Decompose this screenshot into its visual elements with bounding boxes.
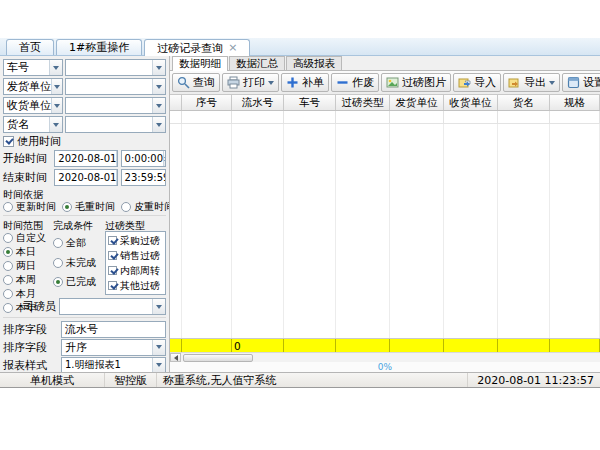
grid-body[interactable] xyxy=(170,124,600,338)
start-date-input[interactable]: 2020-08-01 xyxy=(54,150,117,167)
status-system-name: 称重系统,无人值守系统 xyxy=(157,373,468,387)
plus-icon xyxy=(286,76,299,89)
progress-text: 0% xyxy=(378,362,392,372)
image-icon xyxy=(386,76,399,89)
chevron-down-icon[interactable] xyxy=(152,79,165,94)
start-time-row: 开始时间 2020-08-01 0:00:00 xyxy=(3,150,166,167)
tab-data-detail[interactable]: 数据明细 xyxy=(172,56,228,71)
report-style-select[interactable]: 1.明细报表1 xyxy=(61,357,166,373)
export-icon xyxy=(508,76,521,89)
radio-all[interactable]: 全部 xyxy=(53,236,103,250)
sort-field-input[interactable]: 流水号 xyxy=(61,321,166,338)
chevron-down-icon[interactable] xyxy=(49,60,62,75)
column-header[interactable]: 货名 xyxy=(498,95,550,110)
calendar-icon[interactable] xyxy=(116,151,117,166)
vehicle-value-combo[interactable] xyxy=(65,59,166,76)
filter-row-receiver: 收货单位 xyxy=(3,97,166,114)
start-time-label: 开始时间 xyxy=(3,151,54,166)
column-header[interactable]: 过磅类型 xyxy=(336,95,390,110)
record-grid: 序号 流水号 车号 过磅类型 发货单位 收货单位 货名 规格 xyxy=(170,95,600,372)
settings-button[interactable]: 设置 xyxy=(562,73,600,92)
chevron-down-icon[interactable] xyxy=(152,340,165,355)
chevron-down-icon[interactable] xyxy=(49,117,62,132)
tab-weigh-record-query-label: 过磅记录查询 xyxy=(157,41,223,56)
tab-weigh-operation[interactable]: 1#称重操作 xyxy=(56,39,142,55)
weigh-type-label: 过磅类型 xyxy=(105,219,166,231)
chevron-down-icon[interactable] xyxy=(152,117,165,132)
tab-weigh-record-query[interactable]: 过磅记录查询 × xyxy=(144,39,250,56)
chevron-down-icon[interactable] xyxy=(152,299,165,314)
column-header[interactable]: 序号 xyxy=(182,95,232,110)
query-button[interactable]: 查询 xyxy=(172,73,220,92)
filter-panel: 车号 发货单位 收货单位 货名 使用时间 开始时间 2020-08-0 xyxy=(0,56,170,372)
weigher-combo[interactable] xyxy=(59,298,166,315)
report-style-label: 报表样式 xyxy=(3,358,61,373)
tab-advanced-report[interactable]: 高级报表 xyxy=(286,56,342,70)
time-range-group: 时间范围 自定义 本日 两日 本周 本月 本年 xyxy=(3,219,51,295)
end-time-input[interactable]: 23:59:59 xyxy=(121,169,166,186)
void-button[interactable]: 作废 xyxy=(331,73,379,92)
radio-gross-time[interactable]: 毛重时间 xyxy=(62,200,115,214)
goods-value-combo[interactable] xyxy=(65,116,166,133)
import-button[interactable]: 导入 xyxy=(453,73,501,92)
summary-row: 0 xyxy=(170,338,600,352)
chevron-down-icon[interactable] xyxy=(51,79,62,94)
checkbox-sale-weigh[interactable]: 销售过磅 xyxy=(108,249,163,263)
search-icon xyxy=(177,76,190,89)
filter-row-sender: 发货单位 xyxy=(3,78,166,95)
tab-home[interactable]: 首页 xyxy=(6,39,54,55)
column-header[interactable]: 车号 xyxy=(284,95,336,110)
receiver-value-combo[interactable] xyxy=(65,97,166,114)
checkbox-internal-transfer[interactable]: 内部周转 xyxy=(108,264,163,278)
column-header[interactable]: 流水号 xyxy=(232,95,284,110)
sender-field-select[interactable]: 发货单位 xyxy=(3,78,63,95)
progress-indicator: 0% xyxy=(170,362,600,372)
checkbox-other-weigh[interactable]: 其他过磅 xyxy=(108,279,163,293)
radio-update-time[interactable]: 更新时间 xyxy=(3,200,56,214)
radio-finished[interactable]: 已完成 xyxy=(53,275,103,289)
use-time-checkbox[interactable] xyxy=(3,136,14,147)
calendar-icon[interactable] xyxy=(116,170,117,185)
column-header[interactable]: 规格 xyxy=(550,95,600,110)
radio-two-days[interactable]: 两日 xyxy=(3,259,51,273)
sort-order-select[interactable]: 升序 xyxy=(61,339,166,356)
status-datetime: 2020-08-01 11:23:57 xyxy=(468,373,600,387)
row-indicator-header xyxy=(170,95,182,110)
print-button[interactable]: 打印 xyxy=(222,73,279,92)
column-header[interactable]: 收货单位 xyxy=(444,95,498,110)
export-button[interactable]: 导出 xyxy=(503,73,560,92)
supplement-button[interactable]: 补单 xyxy=(281,73,329,92)
chevron-down-icon[interactable] xyxy=(152,358,165,373)
checkbox-purchase-weigh[interactable]: 采购过磅 xyxy=(108,234,163,248)
start-time-input[interactable]: 0:00:00 xyxy=(121,150,166,167)
chevron-down-icon[interactable] xyxy=(51,98,62,113)
use-time-row: 使用时间 xyxy=(3,135,166,148)
radio-unfinished[interactable]: 未完成 xyxy=(53,256,103,270)
receiver-field-select[interactable]: 收货单位 xyxy=(3,97,63,114)
radio-custom[interactable]: 自定义 xyxy=(3,231,51,245)
weigh-photo-button[interactable]: 过磅图片 xyxy=(381,73,451,92)
time-basis-options: 更新时间 毛重时间 皮重时间 xyxy=(3,200,166,213)
end-time-row: 结束时间 2020-08-01 23:59:59 xyxy=(3,169,166,186)
chevron-down-icon[interactable] xyxy=(152,98,165,113)
chevron-down-icon[interactable] xyxy=(152,60,165,75)
tab-data-summary[interactable]: 数据汇总 xyxy=(229,56,285,70)
spinner-icon[interactable] xyxy=(163,151,166,166)
filter-row-vehicle: 车号 xyxy=(3,59,166,76)
vehicle-field-select[interactable]: 车号 xyxy=(3,59,63,76)
goods-field-select[interactable]: 货名 xyxy=(3,116,63,133)
radio-tare-time[interactable]: 皮重时间 xyxy=(121,200,170,214)
radio-this-week[interactable]: 本周 xyxy=(3,273,51,287)
import-icon xyxy=(458,76,471,89)
close-icon[interactable]: × xyxy=(228,43,237,53)
horizontal-scrollbar[interactable] xyxy=(170,352,600,362)
scroll-left-icon[interactable] xyxy=(170,353,181,362)
radio-today[interactable]: 本日 xyxy=(3,245,51,259)
end-date-input[interactable]: 2020-08-01 xyxy=(54,169,117,186)
window-tab-bar: 首页 1#称重操作 过磅记录查询 × xyxy=(0,38,600,56)
sender-value-combo[interactable] xyxy=(65,78,166,95)
chevron-down-icon xyxy=(549,81,555,85)
scrollbar-thumb[interactable] xyxy=(183,354,253,362)
tab-weigh-operation-label: 1#称重操作 xyxy=(69,40,129,55)
column-header[interactable]: 发货单位 xyxy=(390,95,444,110)
